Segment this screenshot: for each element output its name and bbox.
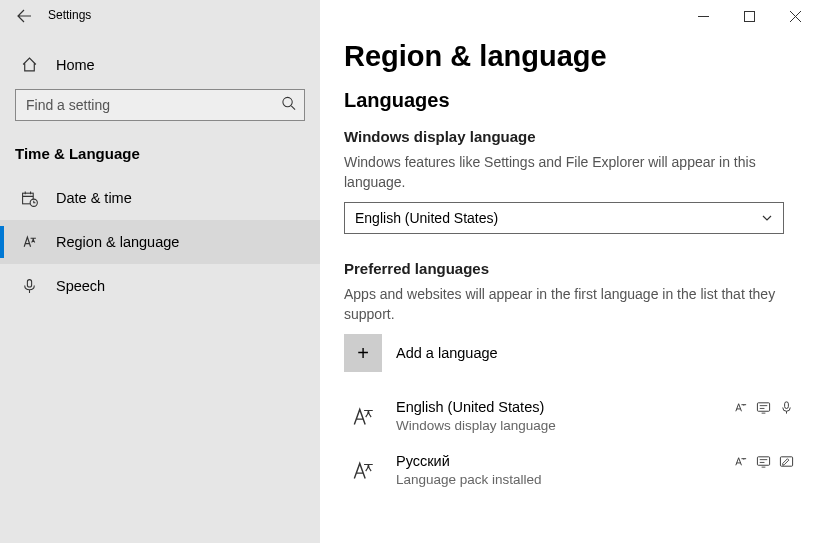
- nav-home-label: Home: [56, 57, 95, 73]
- nav-date-time[interactable]: Date & time: [0, 176, 320, 220]
- svg-rect-6: [785, 402, 789, 409]
- microphone-icon: [18, 278, 40, 295]
- chevron-down-icon: [761, 212, 773, 224]
- language-icon: [18, 234, 40, 251]
- language-glyph-icon: [344, 398, 382, 436]
- close-icon: [790, 11, 801, 22]
- display-pack-icon: [733, 454, 748, 472]
- back-button[interactable]: [0, 0, 48, 32]
- svg-rect-3: [27, 279, 31, 286]
- window-controls: [320, 0, 818, 32]
- arrow-left-icon: [16, 8, 32, 24]
- close-button[interactable]: [772, 0, 818, 32]
- nav-region-language[interactable]: Region & language: [0, 220, 320, 264]
- language-subtitle: Windows display language: [396, 417, 733, 435]
- language-item-russian[interactable]: Русский Language pack installed: [344, 444, 794, 498]
- nav-item-label: Date & time: [56, 190, 132, 206]
- preferred-languages-heading: Preferred languages: [344, 260, 794, 277]
- language-subtitle: Language pack installed: [396, 471, 733, 489]
- content-area: Region & language Languages Windows disp…: [320, 0, 818, 543]
- language-name: Русский: [396, 452, 733, 471]
- display-language-desc: Windows features like Settings and File …: [344, 153, 784, 192]
- titlebar-left: Settings: [0, 0, 320, 32]
- display-pack-icon: [733, 400, 748, 418]
- display-language-dropdown[interactable]: English (United States): [344, 202, 784, 234]
- language-item-english[interactable]: English (United States) Windows display …: [344, 390, 794, 444]
- search-container: [15, 89, 305, 121]
- svg-rect-5: [757, 403, 769, 411]
- tts-icon: [756, 400, 771, 418]
- add-language-button[interactable]: + Add a language: [344, 334, 794, 372]
- svg-rect-4: [744, 11, 754, 21]
- language-glyph-icon: [344, 452, 382, 490]
- add-language-label: Add a language: [396, 345, 498, 361]
- calendar-clock-icon: [18, 190, 40, 207]
- page-scroll: Region & language Languages Windows disp…: [320, 32, 818, 498]
- sidebar: Settings Home Time & Language Date & tim…: [0, 0, 320, 543]
- dropdown-value: English (United States): [355, 210, 498, 226]
- maximize-icon: [744, 11, 755, 22]
- language-badges: [733, 452, 794, 472]
- home-icon: [18, 56, 40, 73]
- language-badges: [733, 398, 794, 418]
- app-title: Settings: [48, 0, 91, 22]
- nav-speech[interactable]: Speech: [0, 264, 320, 308]
- minimize-button[interactable]: [680, 0, 726, 32]
- preferred-languages-desc: Apps and websites will appear in the fir…: [344, 285, 784, 324]
- speech-icon: [779, 400, 794, 418]
- svg-rect-7: [757, 457, 769, 465]
- svg-rect-8: [780, 457, 792, 466]
- nav-home[interactable]: Home: [0, 44, 320, 85]
- maximize-button[interactable]: [726, 0, 772, 32]
- nav-item-label: Speech: [56, 278, 105, 294]
- minimize-icon: [698, 11, 709, 22]
- sidebar-category: Time & Language: [0, 139, 320, 176]
- language-name: English (United States): [396, 398, 733, 417]
- section-languages-heading: Languages: [344, 89, 794, 112]
- search-box[interactable]: [15, 89, 305, 121]
- search-input[interactable]: [16, 97, 304, 113]
- handwriting-icon: [779, 454, 794, 472]
- display-language-heading: Windows display language: [344, 128, 794, 145]
- page-title: Region & language: [344, 40, 794, 73]
- nav-item-label: Region & language: [56, 234, 179, 250]
- tts-icon: [756, 454, 771, 472]
- plus-icon: +: [344, 334, 382, 372]
